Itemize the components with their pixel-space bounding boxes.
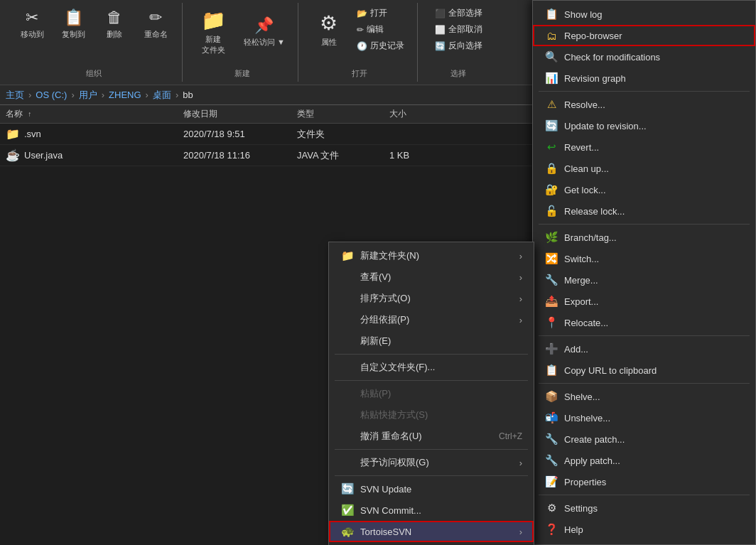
left-menu-grant-access[interactable]: 授予访问权限(G) › xyxy=(329,452,534,473)
copy-button[interactable]: 📋 复制到 xyxy=(55,6,91,43)
right-menu-unshelve[interactable]: 📬 Unshelve... xyxy=(533,407,755,428)
resolve-icon: ⚠ xyxy=(544,97,558,112)
left-menu-tortoisesvn[interactable]: 🐢 TortoiseSVN › xyxy=(329,521,534,542)
right-menu-clean-up[interactable]: 🔒 Clean up... xyxy=(533,158,755,179)
branch-tag-label: Branch/tag... xyxy=(564,232,617,243)
left-menu-group[interactable]: 分组依据(P) › xyxy=(329,309,534,330)
separator-r3 xyxy=(539,335,750,336)
right-menu-release-lock[interactable]: 🔓 Release lock... xyxy=(533,200,755,222)
get-lock-icon: 🔐 xyxy=(544,183,558,197)
invert-selection-button[interactable]: 🔄 反向选择 xyxy=(431,38,487,53)
right-menu-about[interactable]: ℹ About xyxy=(533,540,755,545)
edit-button[interactable]: ✏ 编辑 xyxy=(352,22,409,37)
crumb-users[interactable]: 用户 xyxy=(79,89,97,102)
easy-access-label: 轻松访问 ▼ xyxy=(244,37,285,48)
right-menu-add[interactable]: ➕ Add... xyxy=(533,338,755,360)
left-menu-undo-rename[interactable]: 撤消 重命名(U) Ctrl+Z xyxy=(329,426,534,447)
paste-shortcut-label: 粘贴快捷方式(S) xyxy=(360,409,428,421)
shelve-icon: 📦 xyxy=(544,389,558,404)
submenu-arrow: › xyxy=(519,315,522,325)
help-label: Help xyxy=(564,524,583,535)
new-item-button[interactable]: 📁 新建文件夹 xyxy=(195,6,231,58)
select-all-button[interactable]: ⬛ 全部选择 xyxy=(431,6,487,21)
paste-icon xyxy=(340,387,355,401)
file-date-java: 2020/7/18 11:16 xyxy=(183,150,297,161)
right-menu-merge[interactable]: 🔧 Merge... xyxy=(533,269,755,291)
crumb-osc[interactable]: OS (C:) xyxy=(36,90,67,100)
properties-submenu-icon: 📝 xyxy=(544,475,558,489)
custom-folder-label: 自定义文件夹(F)... xyxy=(360,361,435,374)
left-menu-view[interactable]: 查看(V) › xyxy=(329,266,534,288)
file-name-svn: 📁 .svn xyxy=(6,127,183,141)
apply-patch-icon: 🔧 xyxy=(544,453,558,468)
paste-shortcut-icon xyxy=(340,408,355,422)
right-context-menu: 📋 Show log 🗂 Repo-browser 🔍 Check for mo… xyxy=(532,0,756,545)
repo-browser-icon: 🗂 xyxy=(544,28,558,43)
crumb-zheng[interactable]: ZHENG xyxy=(109,90,141,100)
undo-shortcut: Ctrl+Z xyxy=(499,431,522,441)
separator-1 xyxy=(335,354,528,355)
right-menu-export[interactable]: 📤 Export... xyxy=(533,291,755,312)
right-menu-show-log[interactable]: 📋 Show log xyxy=(533,4,755,25)
right-menu-switch[interactable]: 🔀 Switch... xyxy=(533,248,755,269)
delete-button[interactable]: 🗑 删除 xyxy=(97,6,132,43)
relocate-icon: 📍 xyxy=(544,315,558,330)
deselect-all-label: 全部取消 xyxy=(448,23,482,36)
new-group-label: 新建 xyxy=(234,68,250,79)
java-file-icon: ☕ xyxy=(6,149,20,162)
submenu-arrow: › xyxy=(519,458,522,468)
svn-update-icon: 🔄 xyxy=(340,482,355,496)
right-menu-properties[interactable]: 📝 Properties xyxy=(533,471,755,492)
submenu-arrow: › xyxy=(519,272,522,283)
open-button[interactable]: 📂 打开 xyxy=(352,6,409,21)
clean-up-label: Clean up... xyxy=(564,163,609,174)
right-menu-update-revision[interactable]: 🔄 Update to revision... xyxy=(533,115,755,136)
crumb-desktop[interactable]: 桌面 xyxy=(153,89,171,102)
apply-patch-label: Apply patch... xyxy=(564,455,620,466)
history-button[interactable]: 🕐 历史记录 xyxy=(352,38,409,53)
left-menu-new-folder[interactable]: 📁 新建文件夹(N) › xyxy=(329,245,534,266)
right-menu-shelve[interactable]: 📦 Shelve... xyxy=(533,386,755,407)
new-item-icon: 📁 xyxy=(201,9,226,32)
deselect-all-button[interactable]: ⬜ 全部取消 xyxy=(431,22,487,37)
create-patch-icon: 🔧 xyxy=(544,432,558,446)
rename-button[interactable]: ✏ 重命名 xyxy=(138,6,173,43)
properties-button[interactable]: ⚙ 属性 xyxy=(311,9,347,50)
right-menu-apply-patch[interactable]: 🔧 Apply patch... xyxy=(533,450,755,471)
right-menu-relocate[interactable]: 📍 Relocate... xyxy=(533,312,755,333)
move-label: 移动到 xyxy=(21,29,44,40)
release-lock-label: Release lock... xyxy=(564,206,625,217)
export-icon: 📤 xyxy=(544,294,558,308)
left-menu-custom-folder[interactable]: 自定义文件夹(F)... xyxy=(329,357,534,378)
right-menu-revision-graph[interactable]: 📊 Revision graph xyxy=(533,68,755,89)
right-menu-create-patch[interactable]: 🔧 Create patch... xyxy=(533,428,755,450)
right-menu-repo-browser[interactable]: 🗂 Repo-browser xyxy=(533,25,755,46)
rename-label: 重命名 xyxy=(144,29,168,40)
move-button[interactable]: ✂ 移动到 xyxy=(14,6,50,43)
col-header-size[interactable]: 大小 xyxy=(389,108,446,120)
easy-access-button[interactable]: 📌 轻松访问 ▼ xyxy=(239,14,289,50)
left-menu-svn-update[interactable]: 🔄 SVN Update xyxy=(329,478,534,500)
right-menu-revert[interactable]: ↩ Revert... xyxy=(533,136,755,158)
left-menu-refresh[interactable]: 刷新(E) xyxy=(329,330,534,352)
left-menu-sort[interactable]: 排序方式(O) › xyxy=(329,288,534,309)
right-menu-resolve[interactable]: ⚠ Resolve... xyxy=(533,94,755,115)
revert-icon: ↩ xyxy=(544,140,558,154)
right-menu-check-modifications[interactable]: 🔍 Check for modifications xyxy=(533,46,755,68)
crumb-home[interactable]: 主页 xyxy=(6,89,24,102)
right-menu-copy-url[interactable]: 📋 Copy URL to clipboard xyxy=(533,360,755,381)
add-icon: ➕ xyxy=(544,342,558,356)
right-menu-help[interactable]: ❓ Help xyxy=(533,519,755,540)
col-header-name[interactable]: 名称 ↑ xyxy=(6,108,183,120)
right-menu-branch-tag[interactable]: 🌿 Branch/tag... xyxy=(533,227,755,248)
col-header-date[interactable]: 修改日期 xyxy=(183,108,297,120)
copy-icon: 📋 xyxy=(64,9,83,27)
right-menu-get-lock[interactable]: 🔐 Get lock... xyxy=(533,179,755,200)
copy-url-icon: 📋 xyxy=(544,363,558,377)
left-menu-svn-commit[interactable]: ✅ SVN Commit... xyxy=(329,500,534,521)
toolbar-group-organize: ✂ 移动到 📋 复制到 🗑 删除 ✏ 重命名 组织 xyxy=(6,3,183,82)
properties-submenu-label: Properties xyxy=(564,477,606,487)
col-header-type[interactable]: 类型 xyxy=(297,108,389,120)
right-menu-settings[interactable]: ⚙ Settings xyxy=(533,497,755,519)
submenu-arrow: › xyxy=(519,251,522,261)
